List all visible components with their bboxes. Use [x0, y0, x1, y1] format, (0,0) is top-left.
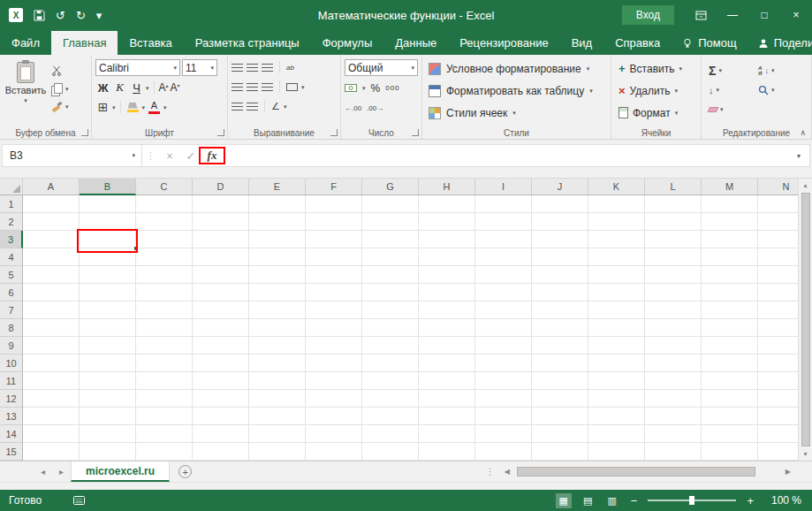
chevron-down-icon[interactable]: ▾ [284, 103, 287, 110]
row-header-8[interactable]: 8 [0, 319, 23, 337]
format-painter-button[interactable]: ▾ [51, 100, 69, 112]
cell-L10[interactable] [645, 355, 702, 372]
cell-F5[interactable] [306, 266, 362, 284]
cell-M15[interactable] [702, 443, 758, 461]
scroll-down-button[interactable]: ▼ [802, 447, 808, 461]
cell-A10[interactable] [23, 355, 80, 372]
column-header-G[interactable]: G [362, 179, 419, 195]
view-normal-button[interactable]: ▦ [556, 493, 572, 508]
cell-N5[interactable] [758, 266, 798, 284]
cell-G14[interactable] [362, 425, 419, 443]
chevron-down-icon[interactable]: ▾ [112, 104, 116, 111]
find-select-button[interactable]: ▾ [758, 81, 806, 98]
cell-G15[interactable] [362, 443, 419, 461]
cell-N1[interactable] [758, 195, 798, 213]
ribbon-tab-insert[interactable]: Вставка [118, 31, 183, 55]
cell-N6[interactable] [758, 284, 798, 301]
chevron-down-icon[interactable]: ▾ [362, 85, 366, 91]
formula-input[interactable] [223, 145, 788, 166]
cut-button[interactable] [51, 65, 69, 77]
cell-C3[interactable] [136, 231, 193, 248]
number-dialog-launcher[interactable] [412, 129, 419, 136]
cell-C8[interactable] [136, 319, 193, 337]
vertical-scroll-thumb[interactable] [801, 193, 810, 446]
zoom-slider[interactable] [648, 500, 736, 501]
align-top-button[interactable] [231, 64, 243, 72]
cell-F4[interactable] [306, 248, 362, 266]
column-header-H[interactable]: H [419, 179, 475, 195]
cell-A4[interactable] [23, 248, 80, 266]
cell-B13[interactable] [80, 408, 136, 425]
maximize-button[interactable]: □ [748, 0, 780, 30]
cell-B2[interactable] [80, 213, 136, 231]
cell-E15[interactable] [249, 443, 306, 461]
cell-A8[interactable] [23, 319, 80, 337]
cell-A3[interactable] [23, 231, 80, 248]
increase-font-button[interactable]: А▴ [159, 81, 169, 94]
cell-F7[interactable] [306, 301, 362, 319]
zoom-out-button[interactable]: − [628, 494, 641, 507]
ribbon-tab-data[interactable]: Данные [383, 31, 448, 55]
column-header-A[interactable]: A [23, 179, 80, 195]
row-header-11[interactable]: 11 [0, 372, 23, 390]
cell-G8[interactable] [362, 319, 419, 337]
cell-L9[interactable] [645, 337, 702, 355]
cell-B4[interactable] [80, 248, 136, 266]
cell-A13[interactable] [23, 408, 80, 425]
cell-B6[interactable] [80, 284, 136, 301]
cell-J3[interactable] [532, 231, 588, 248]
cell-F2[interactable] [306, 213, 362, 231]
cell-E1[interactable] [249, 195, 306, 213]
cell-E3[interactable] [249, 231, 306, 248]
borders-button[interactable]: ⊞ [95, 99, 110, 115]
cell-H15[interactable] [419, 443, 475, 461]
cell-I3[interactable] [475, 231, 532, 248]
cell-H8[interactable] [419, 319, 475, 337]
cell-K13[interactable] [588, 408, 645, 425]
vertical-scrollbar[interactable]: ▲ ▼ [798, 179, 812, 461]
increase-decimal-button[interactable]: ←.00 [345, 104, 361, 112]
font-color-button[interactable]: А [147, 99, 162, 115]
cell-C7[interactable] [136, 301, 193, 319]
row-header-1[interactable]: 1 [0, 195, 23, 213]
paste-button[interactable]: Вставить ▾ [4, 57, 48, 126]
cell-J7[interactable] [532, 301, 588, 319]
cell-F9[interactable] [306, 337, 362, 355]
cell-M2[interactable] [702, 213, 758, 231]
format-cells-button[interactable]: Формат ▾ [615, 102, 697, 124]
cell-H12[interactable] [419, 390, 475, 408]
collapse-ribbon-button[interactable]: ∧ [800, 128, 806, 137]
cell-E2[interactable] [249, 213, 306, 231]
cell-A7[interactable] [23, 301, 80, 319]
cell-C9[interactable] [136, 337, 193, 355]
cell-A14[interactable] [23, 425, 80, 443]
cell-N2[interactable] [758, 213, 798, 231]
column-header-B[interactable]: B [80, 179, 136, 195]
cell-J15[interactable] [532, 443, 588, 461]
cell-C15[interactable] [136, 443, 193, 461]
cell-H10[interactable] [419, 355, 475, 372]
ribbon-tab-home[interactable]: Главная [51, 31, 118, 55]
row-header-15[interactable]: 15 [0, 443, 23, 461]
cell-G1[interactable] [362, 195, 419, 213]
column-header-M[interactable]: M [702, 179, 758, 195]
cell-I4[interactable] [475, 248, 532, 266]
horizontal-scrollbar[interactable]: ⋮ ◀ ▶ [482, 461, 812, 482]
cell-N8[interactable] [758, 319, 798, 337]
macro-record-button[interactable] [73, 496, 85, 505]
cell-H2[interactable] [419, 213, 475, 231]
cell-B9[interactable] [80, 337, 136, 355]
cell-G5[interactable] [362, 266, 419, 284]
row-header-5[interactable]: 5 [0, 266, 23, 284]
row-header-14[interactable]: 14 [0, 425, 23, 443]
cell-M12[interactable] [702, 390, 758, 408]
cell-D7[interactable] [193, 301, 249, 319]
cell-M8[interactable] [702, 319, 758, 337]
cell-D14[interactable] [193, 425, 249, 443]
chevron-down-icon[interactable]: ▾ [125, 152, 141, 159]
column-header-C[interactable]: C [136, 179, 193, 195]
row-header-7[interactable]: 7 [0, 301, 23, 319]
cell-F13[interactable] [306, 408, 362, 425]
cell-I5[interactable] [475, 266, 532, 284]
cell-M9[interactable] [702, 337, 758, 355]
